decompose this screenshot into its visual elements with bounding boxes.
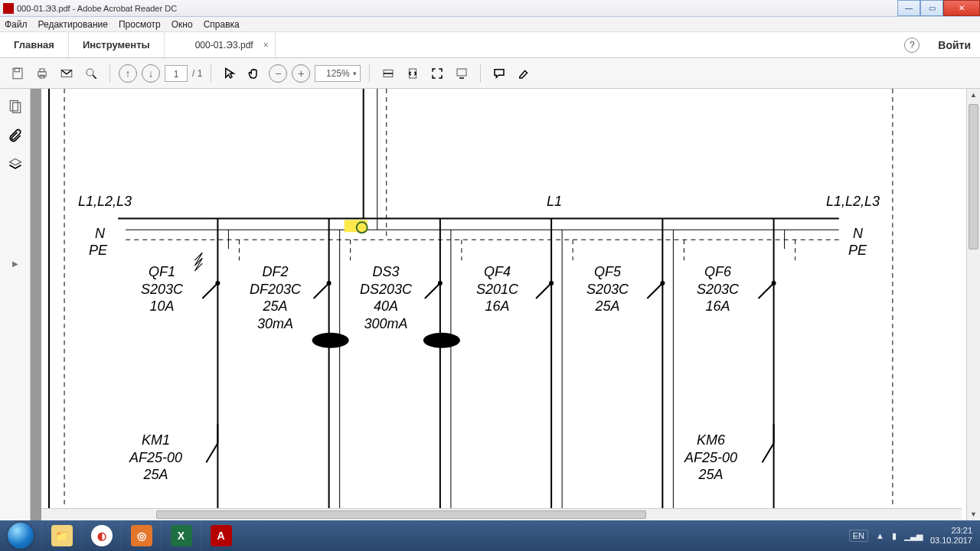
help-icon[interactable]: ? bbox=[904, 37, 920, 53]
fullscreen-icon[interactable] bbox=[427, 64, 447, 83]
app-icon bbox=[3, 3, 14, 14]
svg-point-30 bbox=[215, 281, 220, 285]
tab-document-label: 000-01.Э3.pdf bbox=[195, 40, 253, 51]
tab-home[interactable]: Главная bbox=[0, 32, 69, 57]
label-pe-right: PE bbox=[848, 242, 867, 259]
attachments-icon[interactable] bbox=[7, 127, 24, 144]
contactor-km1: KM1 AF25-00 25A bbox=[129, 432, 182, 484]
scroll-down-icon[interactable]: ▼ bbox=[967, 508, 980, 520]
read-mode-icon[interactable] bbox=[452, 64, 472, 83]
select-tool-icon[interactable] bbox=[220, 64, 240, 83]
taskbar-chrome[interactable]: ◐ bbox=[81, 520, 121, 551]
window-title: 000-01.Э3.pdf - Adobe Acrobat Reader DC bbox=[17, 4, 897, 13]
zoom-in-icon[interactable]: + bbox=[292, 64, 310, 83]
breaker-qf5: QF5 S203C 25A bbox=[586, 263, 629, 315]
maximize-button[interactable]: ▭ bbox=[920, 0, 943, 16]
search-icon[interactable] bbox=[81, 64, 101, 83]
tab-document[interactable]: 000-01.Э3.pdf × bbox=[165, 32, 276, 57]
fit-width-icon[interactable] bbox=[378, 64, 398, 83]
fit-page-icon[interactable] bbox=[403, 64, 423, 83]
breaker-qf4: QF4 S201C 16A bbox=[476, 263, 518, 315]
zoom-select[interactable]: 125% bbox=[315, 65, 361, 82]
tray-network-icon[interactable]: ▮ bbox=[892, 531, 897, 541]
svg-rect-10 bbox=[410, 69, 416, 78]
comment-icon[interactable] bbox=[489, 64, 509, 83]
hand-tool-icon[interactable] bbox=[244, 64, 264, 83]
label-pe-left: PE bbox=[89, 242, 107, 259]
svg-line-7 bbox=[93, 75, 96, 79]
svg-point-53 bbox=[772, 281, 776, 285]
taskbar-app-orange[interactable]: ◎ bbox=[121, 520, 161, 551]
mail-icon[interactable] bbox=[57, 64, 77, 83]
menu-window[interactable]: Окно bbox=[172, 19, 193, 30]
thumbnails-icon[interactable] bbox=[7, 98, 24, 115]
page-down-icon[interactable]: ↓ bbox=[142, 64, 160, 83]
tray-date: 03.10.2017 bbox=[930, 536, 972, 546]
tray-time: 23:21 bbox=[930, 526, 972, 536]
menu-file[interactable]: Файл bbox=[5, 19, 28, 30]
taskbar-excel[interactable]: X bbox=[161, 520, 201, 551]
print-icon[interactable] bbox=[32, 64, 52, 83]
left-sidebar: ▶ bbox=[0, 89, 31, 520]
expand-sidebar-icon[interactable]: ▶ bbox=[12, 259, 18, 268]
svg-rect-25 bbox=[345, 220, 368, 232]
vscroll-thumb[interactable] bbox=[969, 104, 978, 249]
label-phase-right: L1,L2,L3 bbox=[826, 193, 880, 210]
label-phase-mid: L1 bbox=[547, 193, 562, 210]
breaker-df2: DF2 DF203C 25A 30mA bbox=[250, 263, 301, 332]
vertical-scrollbar[interactable]: ▲ ▼ bbox=[966, 89, 980, 520]
svg-marker-15 bbox=[9, 159, 21, 165]
tray-clock[interactable]: 23:21 03.10.2017 bbox=[930, 526, 972, 545]
svg-point-41 bbox=[423, 333, 460, 348]
menu-edit[interactable]: Редактирование bbox=[38, 19, 108, 30]
taskbar: 📁 ◐ ◎ X A EN ▲ ▮ ▁▃▅ 23:21 03.10.2017 bbox=[0, 520, 980, 551]
svg-point-35 bbox=[327, 281, 332, 285]
tray-sound-icon[interactable]: ▁▃▅ bbox=[904, 531, 923, 541]
toolbar: ↑ ↓ 1 / 1 − + 125% bbox=[0, 58, 980, 89]
page-number-input[interactable]: 1 bbox=[165, 65, 188, 82]
breaker-qf6: QF6 S203C 16A bbox=[697, 263, 739, 315]
close-button[interactable]: ✕ bbox=[943, 0, 980, 16]
minimize-button[interactable]: — bbox=[897, 0, 920, 16]
tray-language[interactable]: EN bbox=[849, 530, 868, 542]
zoom-out-icon[interactable]: − bbox=[269, 64, 287, 83]
page-total: / 1 bbox=[192, 68, 202, 79]
svg-rect-3 bbox=[40, 69, 44, 72]
svg-rect-1 bbox=[15, 68, 19, 72]
svg-point-40 bbox=[438, 281, 443, 285]
system-tray[interactable]: EN ▲ ▮ ▁▃▅ 23:21 03.10.2017 bbox=[849, 526, 980, 545]
highlight-icon[interactable] bbox=[514, 64, 534, 83]
page: L1,L2,L3 L1 L1,L2,L3 N PE N PE QF1 S203C… bbox=[41, 89, 962, 508]
breaker-ds3: DS3 DS203C 40A 300mA bbox=[360, 263, 412, 332]
svg-rect-11 bbox=[457, 69, 466, 76]
tray-flag-icon[interactable]: ▲ bbox=[876, 531, 884, 540]
svg-point-36 bbox=[312, 333, 349, 348]
svg-rect-2 bbox=[38, 71, 47, 76]
label-n-left: N bbox=[95, 225, 105, 243]
svg-point-6 bbox=[87, 69, 93, 76]
label-n-right: N bbox=[853, 225, 863, 243]
svg-point-49 bbox=[660, 281, 665, 285]
horizontal-scrollbar[interactable] bbox=[41, 508, 962, 520]
svg-point-45 bbox=[549, 281, 554, 285]
contactor-km6: KM6 AF25-00 25A bbox=[684, 432, 737, 484]
document-viewport[interactable]: L1,L2,L3 L1 L1,L2,L3 N PE N PE QF1 S203C… bbox=[31, 89, 962, 520]
scroll-up-icon[interactable]: ▲ bbox=[967, 89, 980, 101]
menu-view[interactable]: Просмотр bbox=[119, 19, 161, 30]
page-up-icon[interactable]: ↑ bbox=[119, 64, 137, 83]
menu-bar: Файл Редактирование Просмотр Окно Справк… bbox=[0, 17, 980, 32]
tab-tools[interactable]: Инструменты bbox=[69, 32, 165, 57]
taskbar-acrobat[interactable]: A bbox=[201, 520, 240, 551]
window-titlebar: 000-01.Э3.pdf - Adobe Acrobat Reader DC … bbox=[0, 0, 980, 17]
login-button[interactable]: Войти bbox=[929, 32, 980, 57]
start-button[interactable] bbox=[0, 520, 41, 551]
tab-row: Главная Инструменты 000-01.Э3.pdf × ? Во… bbox=[0, 32, 980, 58]
menu-help[interactable]: Справка bbox=[204, 19, 240, 30]
breaker-qf1: QF1 S203C 10A bbox=[141, 263, 183, 315]
layers-icon[interactable] bbox=[7, 156, 24, 173]
taskbar-explorer[interactable]: 📁 bbox=[41, 520, 81, 551]
save-icon[interactable] bbox=[8, 64, 28, 83]
hscroll-thumb[interactable] bbox=[156, 510, 646, 519]
label-phase-left: L1,L2,L3 bbox=[78, 193, 132, 210]
tab-close-icon[interactable]: × bbox=[263, 40, 269, 51]
